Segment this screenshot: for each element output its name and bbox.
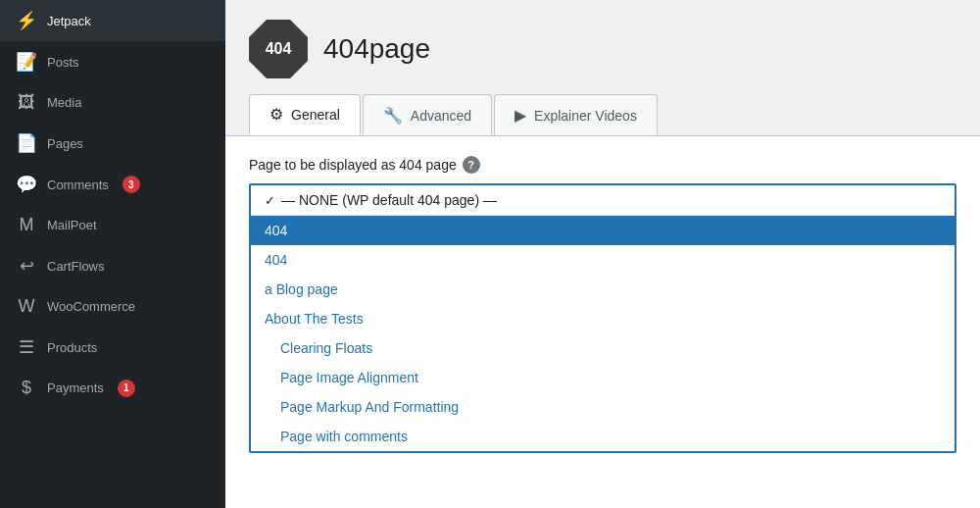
- sidebar-item-label-mailpoet: MailPoet: [47, 218, 97, 232]
- sidebar-item-posts[interactable]: 📝Posts: [0, 41, 225, 82]
- tab-advanced-label: Advanced: [411, 108, 471, 124]
- page-dropdown[interactable]: ✓— NONE (WP default 404 page) —404404a B…: [249, 183, 956, 453]
- sidebar-item-label-jetpack: Jetpack: [47, 14, 91, 28]
- dropdown-option-label-page-image-alignment: Page Image Alignment: [280, 370, 418, 385]
- dropdown-option-label-clearing-floats: Clearing Floats: [280, 340, 372, 356]
- dropdown-option-404-1[interactable]: 404: [251, 216, 955, 245]
- sidebar-item-jetpack[interactable]: ⚡Jetpack: [0, 0, 225, 41]
- tabs-container: ⚙General🔧Advanced▶Explainer Videos: [225, 78, 980, 135]
- dropdown-option-label-blog: a Blog page: [265, 281, 338, 297]
- dropdown-option-label-page-markup-formatting: Page Markup And Formatting: [280, 399, 459, 415]
- cartflows-icon: ↩: [16, 255, 37, 277]
- pages-icon: 📄: [16, 132, 37, 154]
- sidebar-item-label-posts: Posts: [47, 55, 79, 70]
- sidebar-item-label-cartflows: CartFlows: [47, 259, 105, 274]
- content-area: Page to be displayed as 404 page ? ✓— NO…: [225, 135, 980, 508]
- page-404-icon: 404: [249, 20, 308, 78]
- help-icon[interactable]: ?: [463, 156, 480, 174]
- sidebar-item-cartflows[interactable]: ↩CartFlows: [0, 245, 225, 286]
- dropdown-option-label-none: — NONE (WP default 404 page) —: [281, 192, 497, 208]
- tab-general[interactable]: ⚙General: [249, 94, 361, 135]
- dropdown-option-label-404-1: 404: [265, 223, 287, 238]
- dropdown-option-page-with-comments[interactable]: Page with comments: [251, 422, 955, 451]
- tab-explainer-videos-icon: ▶: [514, 106, 526, 125]
- sidebar-item-products[interactable]: ☰Products: [0, 327, 225, 368]
- mailpoet-icon: M: [16, 215, 37, 235]
- sidebar: ⚡Jetpack📝Posts🖼Media📄Pages💬Comments3MMai…: [0, 0, 225, 508]
- main-content: 404 404page ⚙General🔧Advanced▶Explainer …: [225, 0, 980, 508]
- dropdown-option-page-markup-formatting[interactable]: Page Markup And Formatting: [251, 392, 955, 422]
- payments-badge: 1: [118, 380, 135, 397]
- dropdown-option-about-tests[interactable]: About The Tests: [251, 304, 955, 333]
- dropdown-option-clearing-floats[interactable]: Clearing Floats: [251, 333, 955, 363]
- comments-icon: 💬: [16, 174, 37, 195]
- woocommerce-icon: W: [16, 296, 37, 317]
- dropdown-option-label-page-with-comments: Page with comments: [280, 429, 408, 444]
- dropdown-option-404-2[interactable]: 404: [251, 245, 955, 275]
- dropdown-option-label-about-tests: About The Tests: [265, 311, 364, 327]
- tab-general-label: General: [291, 107, 340, 123]
- sidebar-item-label-media: Media: [47, 95, 81, 110]
- tab-explainer-videos-label: Explainer Videos: [534, 108, 637, 124]
- sidebar-item-label-products: Products: [47, 340, 97, 355]
- sidebar-item-pages[interactable]: 📄Pages: [0, 123, 225, 164]
- payments-icon: $: [16, 378, 37, 398]
- sidebar-item-label-woocommerce: WooCommerce: [47, 299, 135, 314]
- sidebar-item-label-payments: Payments: [47, 381, 104, 395]
- comments-badge: 3: [122, 176, 140, 193]
- media-icon: 🖼: [16, 92, 37, 113]
- page-header: 404 404page: [225, 0, 980, 78]
- posts-icon: 📝: [16, 51, 37, 73]
- jetpack-icon: ⚡: [16, 10, 37, 31]
- field-label: Page to be displayed as 404 page ?: [249, 156, 956, 174]
- checkmark-none: ✓: [265, 193, 275, 208]
- tab-advanced[interactable]: 🔧Advanced: [363, 94, 492, 135]
- sidebar-item-label-comments: Comments: [47, 178, 109, 192]
- tab-explainer-videos[interactable]: ▶Explainer Videos: [494, 94, 658, 135]
- tab-general-icon: ⚙: [270, 105, 283, 124]
- dropdown-option-none[interactable]: ✓— NONE (WP default 404 page) —: [251, 185, 955, 216]
- dropdown-option-label-404-2: 404: [265, 252, 287, 268]
- dropdown-option-page-image-alignment[interactable]: Page Image Alignment: [251, 363, 955, 392]
- sidebar-item-mailpoet[interactable]: MMailPoet: [0, 205, 225, 245]
- sidebar-item-label-pages: Pages: [47, 136, 83, 151]
- sidebar-item-media[interactable]: 🖼Media: [0, 82, 225, 123]
- sidebar-item-comments[interactable]: 💬Comments3: [0, 164, 225, 205]
- sidebar-item-woocommerce[interactable]: WWooCommerce: [0, 286, 225, 327]
- page-title: 404page: [323, 33, 430, 65]
- tab-advanced-icon: 🔧: [383, 106, 403, 125]
- dropdown-option-blog[interactable]: a Blog page: [251, 275, 955, 304]
- products-icon: ☰: [16, 336, 37, 358]
- sidebar-item-payments[interactable]: $Payments1: [0, 368, 225, 408]
